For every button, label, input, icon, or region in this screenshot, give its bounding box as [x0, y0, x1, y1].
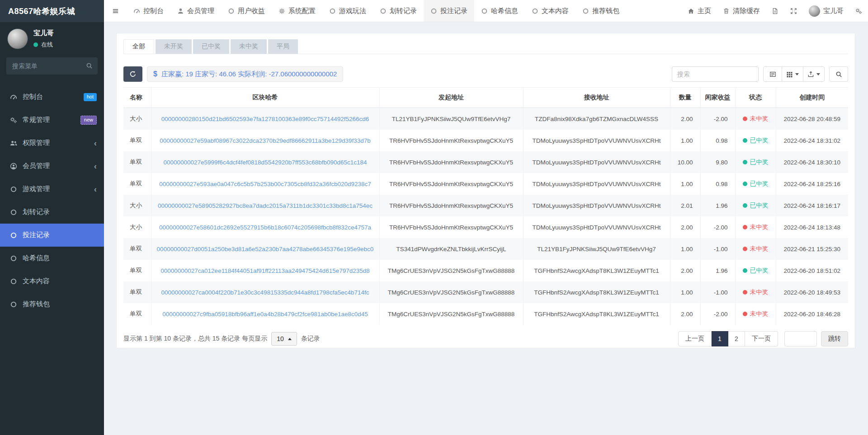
table-search-input[interactable] [672, 66, 759, 82]
block-hash-link[interactable]: 00000000027e58905282927bc8ea7dadc2015a73… [158, 202, 373, 209]
topnav-item-wallet[interactable]: 推荐钱包 [576, 0, 626, 22]
column-header-name[interactable]: 名称 [123, 88, 151, 108]
cell-created-time: 2022-06-24 18:13:48 [776, 216, 848, 238]
jump-page-input[interactable] [784, 331, 817, 346]
menu-search-input[interactable] [6, 57, 98, 75]
tab-win[interactable]: 已中奖 [193, 39, 229, 54]
clear-cache-button[interactable]: 清除缓存 [717, 0, 766, 22]
cell-name: 大小 [123, 216, 151, 238]
user-status: 在线 [33, 41, 54, 49]
cell-amount: 2.00 [670, 260, 700, 281]
fullscreen-button[interactable] [784, 0, 803, 22]
topnav-item-text-content[interactable]: 文本内容 [525, 0, 576, 22]
jump-button[interactable]: 跳转 [821, 331, 848, 346]
content-area: 全部未开奖已中奖未中奖平局 $ 庄家赢: 19 庄家亏: 46.06 实际利润:… [104, 22, 868, 435]
table-row: 单双00000000027ca012ee1184f44051af91ff2211… [123, 260, 848, 281]
online-dot-icon [33, 42, 38, 47]
block-hash-link[interactable]: 00000000027e59abf08967c3022dca2370b29edf… [160, 137, 371, 144]
status-label: 未中奖 [750, 245, 769, 252]
block-hash-link[interactable]: 00000000027ca012ee1184f44051af91ff22113a… [160, 267, 369, 274]
tab-draw[interactable]: 平局 [268, 39, 298, 54]
logs-button[interactable] [766, 0, 784, 22]
detail-view-button[interactable] [763, 66, 782, 82]
hamburger-menu-icon[interactable] [104, 0, 127, 22]
page-size-select[interactable]: 10 [271, 332, 297, 346]
status-label: 未中奖 [750, 310, 769, 317]
block-hash-link[interactable]: 00000000027c9fba05918bfb96aff1e0a4b28b47… [162, 311, 368, 318]
bet-records-table: 名称区块哈希发起地址接收地址数量闲家收益状态创建时间 大小00000000280… [123, 87, 848, 325]
cell-from-address: TR6HVFbHv5SJdoHnmKtRexsvptwgCKXuY5 [379, 151, 523, 173]
settings-button[interactable] [849, 0, 868, 22]
page-button-1[interactable]: 1 [712, 331, 728, 346]
topnav-item-transfer-log[interactable]: 划转记录 [373, 0, 424, 22]
cell-name: 单双 [123, 260, 151, 281]
sidebar-item-general[interactable]: 常规管理new [0, 108, 104, 131]
sidebar-item-permission[interactable]: 权限管理‹ [0, 131, 104, 154]
sidebar-menu: 控制台hot常规管理new权限管理‹会员管理‹游戏管理‹划转记录投注记录哈希信息… [0, 80, 104, 435]
online-status-label: 在线 [41, 41, 53, 49]
column-header-to-address[interactable]: 接收地址 [523, 88, 670, 108]
sidebar-item-label: 控制台 [23, 93, 43, 101]
cell-to-address: TDMoLyuuwys3SpHtDTpoVVUWNVUsvXCRHt [523, 130, 670, 151]
home-icon [688, 8, 694, 14]
circle-icon [9, 232, 18, 239]
sidebar-item-hash-info[interactable]: 哈希信息 [0, 247, 104, 270]
topnav-item-user-profit[interactable]: 用户收益 [221, 0, 272, 22]
sidebar-item-dashboard[interactable]: 控制台hot [0, 85, 104, 108]
cell-created-time: 2022-06-20 18:51:02 [776, 260, 848, 281]
page-button-2[interactable]: 2 [728, 331, 745, 346]
column-header-status[interactable]: 状态 [735, 88, 776, 108]
search-toggle-button[interactable] [829, 66, 848, 82]
refresh-button[interactable] [123, 66, 142, 82]
topnav-item-dashboard[interactable]: 控制台 [127, 0, 170, 22]
sidebar-item-bet-log[interactable]: 投注记录 [0, 224, 104, 247]
topnav-item-label: 用户收益 [238, 7, 265, 15]
block-hash-link[interactable]: 00000000027ca0004f220b71e30c3c49815335dc… [161, 289, 369, 296]
sidebar-item-text-content[interactable]: 文本内容 [0, 270, 104, 293]
column-header-player-profit[interactable]: 闲家收益 [700, 88, 735, 108]
block-hash-link[interactable]: 00000000027e58601dc2692e5527915b6b18c607… [159, 224, 371, 231]
topnav-item-bet-log[interactable]: 投注记录 [424, 0, 474, 22]
block-hash-link[interactable]: 00000000280150d21bd6502593e7fa1278100363… [161, 116, 369, 122]
tab-lose[interactable]: 未中奖 [231, 39, 267, 54]
topnav-item-game-play[interactable]: 游戏玩法 [322, 0, 373, 22]
topnav-item-label: 文本内容 [542, 7, 569, 15]
sidebar-item-game[interactable]: 游戏管理‹ [0, 178, 104, 201]
circle-icon [9, 278, 18, 285]
pagination-info-suffix: 条记录 [301, 335, 320, 343]
circle-icon [582, 8, 589, 14]
sidebar-item-transfer-log[interactable]: 划转记录 [0, 201, 104, 224]
topnav-item-hash-info[interactable]: 哈希信息 [474, 0, 525, 22]
columns-toggle-button[interactable] [782, 66, 803, 82]
cell-player-profit: -2.00 [700, 216, 735, 238]
sidebar-item-member[interactable]: 会员管理‹ [0, 154, 104, 178]
next-page-button[interactable]: 下一页 [745, 331, 778, 346]
topnav-item-member[interactable]: 会员管理 [170, 0, 221, 22]
topnav-item-system-config[interactable]: 系统配置 [272, 0, 322, 22]
prev-page-button[interactable]: 上一页 [678, 331, 712, 346]
cell-status: 已中奖 [735, 173, 776, 195]
cell-to-address: TGFHbnfS2AwcgXAdspT8KL3W1ZEuyMTTc1 [523, 281, 670, 303]
user-menu[interactable]: 宝儿哥 [803, 0, 849, 22]
tab-pending[interactable]: 未开奖 [156, 39, 192, 54]
cell-amount: 1.00 [670, 173, 700, 195]
column-header-from-address[interactable]: 发起地址 [379, 88, 523, 108]
home-button[interactable]: 主页 [682, 0, 717, 22]
block-hash-link[interactable]: 00000000027d0051a250be3d81a6e52a230b7aa4… [157, 246, 374, 253]
column-header-created-time[interactable]: 创建时间 [776, 88, 848, 108]
cell-block-hash: 00000000027e593ae0a047c6c5b57b253b00c730… [151, 173, 379, 195]
block-hash-link[interactable]: 00000000027e593ae0a047c6c5b57b253b00c730… [159, 181, 371, 187]
cell-from-address: TS341dPWvgdrKeZNLTbkkijLvKrrSCyijL [379, 238, 523, 260]
column-header-block-hash[interactable]: 区块哈希 [151, 88, 379, 108]
refresh-icon [129, 70, 137, 78]
cell-from-address: TR6HVFbHv5SJdoHnmKtRexsvptwgCKXuY5 [379, 195, 523, 216]
tab-all[interactable]: 全部 [123, 39, 154, 54]
cell-block-hash: 00000000027e59abf08967c3022dca2370b29edf… [151, 130, 379, 151]
block-hash-link[interactable]: 00000000027e5999f6c4dcf4fef0818d5542920b… [163, 159, 367, 166]
export-button[interactable] [803, 66, 825, 82]
sidebar-item-wallet[interactable]: 推荐钱包 [0, 293, 104, 316]
sidebar-item-label: 划转记录 [23, 208, 50, 216]
column-header-amount[interactable]: 数量 [670, 88, 700, 108]
table-row: 单双00000000027c9fba05918bfb96aff1e0a4b28b… [123, 303, 848, 325]
cell-player-profit: -2.00 [700, 303, 735, 325]
